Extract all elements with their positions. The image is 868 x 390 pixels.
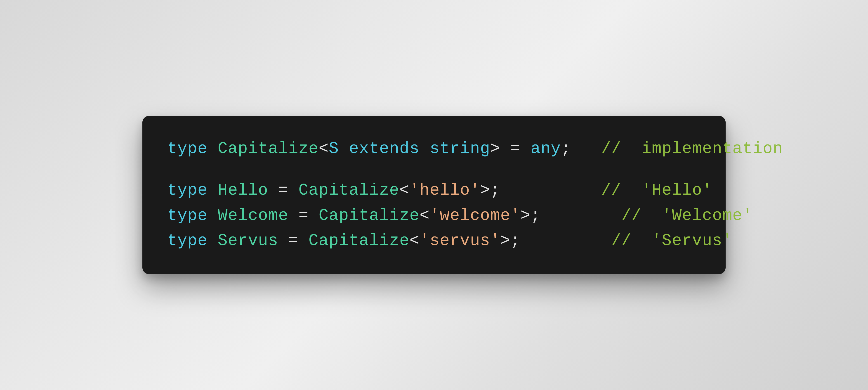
code-line-1: type Capitalize < S extends string > = a… [167,136,701,162]
generic-close-4: > [500,228,510,254]
code-card: type Capitalize < S extends string > = a… [143,116,725,274]
generic-open-3: < [420,203,430,229]
keyword-type-2: type [167,178,218,203]
op-equals-4: = [278,228,309,254]
op-equals-2: = [268,178,299,203]
keyword-type-1: type [167,136,218,162]
name-capitalize-4: Capitalize [309,228,409,254]
code-block: type Capitalize < S extends string > = a… [167,136,701,253]
generic-open-4: < [410,228,420,254]
keyword-string: string [430,136,490,162]
string-welcome: 'welcome' [430,203,521,229]
comment-2: // 'Hello' [500,178,712,203]
generic-close-3: > [521,203,531,229]
spacer-line [167,162,701,178]
generic-close-2: > [480,178,490,203]
keyword-type-4: type [167,228,218,254]
generic-close-1: > [490,136,500,162]
code-line-2: type Hello = Capitalize < 'hello' > ; //… [167,178,701,203]
semicolon-2: ; [490,178,500,203]
code-line-3: type Welcome = Capitalize < 'welcome' > … [167,203,701,229]
name-capitalize-3: Capitalize [319,203,420,229]
name-capitalize-2: Capitalize [298,178,399,203]
name-hello: Hello [218,178,268,203]
generic-s: S [329,136,349,162]
code-line-4: type Servus = Capitalize < 'servus' > ; … [167,228,701,254]
generic-open-2: < [399,178,410,203]
op-equals-3: = [288,203,319,229]
semicolon-3: ; [530,203,541,229]
comment-4: // 'Servus' [521,228,733,254]
name-capitalize-1: Capitalize [218,136,318,162]
generic-open-1: < [319,136,329,162]
keyword-type-3: type [167,203,218,229]
keyword-extends: extends [349,136,430,162]
string-servus: 'servus' [420,228,500,254]
name-servus: Servus [218,228,278,254]
name-welcome: Welcome [218,203,288,229]
keyword-any: any [530,136,561,162]
comment-1: // implementation [571,136,783,162]
comment-3: // 'Welcome' [541,203,753,229]
op-equals-1: = [500,136,530,162]
semicolon-1: ; [561,136,571,162]
semicolon-4: ; [510,228,521,254]
string-hello: 'hello' [410,178,480,203]
